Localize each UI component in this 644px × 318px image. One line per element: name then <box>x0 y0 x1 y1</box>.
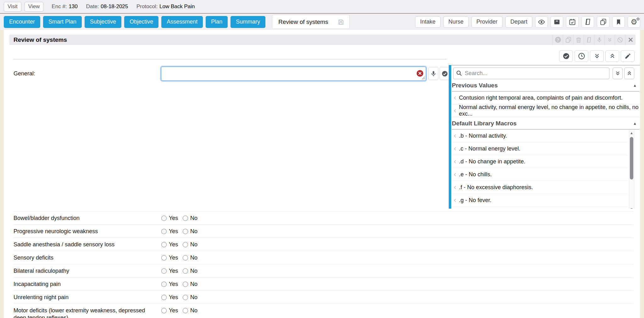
clock-icon[interactable] <box>575 50 588 62</box>
collapse-triangle-icon[interactable]: ▲ <box>633 83 637 88</box>
close-icon[interactable] <box>625 35 636 45</box>
yes-label: Yes <box>169 281 178 288</box>
macro-text: .f - No excessive diaphoresis. <box>459 184 533 191</box>
macro-item[interactable]: ‹.f - No excessive diaphoresis. <box>451 181 627 194</box>
edit-pencil-icon[interactable] <box>621 50 635 62</box>
previous-values-header[interactable]: Previous Values ▲ <box>452 82 639 91</box>
macro-item[interactable]: ‹.g - No fever. <box>451 194 627 207</box>
bookmark-icon[interactable] <box>612 16 625 28</box>
macro-item[interactable]: ‹.c - Normal energy level. <box>451 142 627 155</box>
expand-all-down-button[interactable] <box>613 68 623 79</box>
archive-box-icon[interactable] <box>551 16 563 28</box>
nav-smart-plan-button[interactable]: Smart Plan <box>43 16 82 28</box>
view-button[interactable]: View <box>25 2 44 12</box>
macro-item[interactable]: ‹.e - No chills. <box>451 168 627 181</box>
yes-radio[interactable] <box>161 229 167 234</box>
macro-list: ‹.b - Normal activity. ‹.c - Normal ener… <box>451 129 640 209</box>
collapse-all-up-button[interactable] <box>624 68 634 79</box>
previous-value-item[interactable]: ‹ Contusion right temporal area, complai… <box>451 91 640 104</box>
insert-chevron-icon: ‹ <box>453 133 457 139</box>
yes-radio[interactable] <box>161 216 167 221</box>
macro-text: .g - No fever. <box>459 197 491 204</box>
book-icon[interactable] <box>584 35 594 45</box>
yes-label: Yes <box>169 307 178 314</box>
check-circle-icon[interactable] <box>559 50 573 62</box>
confirm-check-button[interactable] <box>440 67 450 80</box>
collapse-triangle-icon[interactable]: ▲ <box>633 121 637 126</box>
chevrons-down-icon[interactable] <box>604 35 615 45</box>
provider-button[interactable]: Provider <box>471 16 502 28</box>
yes-radio[interactable] <box>161 242 167 247</box>
search-box <box>453 68 609 79</box>
microphone-icon[interactable] <box>594 35 604 45</box>
no-radio[interactable] <box>183 255 188 260</box>
macro-text: .e - No chills. <box>459 171 492 178</box>
previous-value-item[interactable]: ‹ Normal activity, normal energy level, … <box>451 104 640 117</box>
nav-summary-button[interactable]: Summary <box>230 16 265 28</box>
no-radio[interactable] <box>183 216 188 221</box>
no-label: No <box>190 307 197 314</box>
yes-radio[interactable] <box>161 268 167 274</box>
dictate-microphone-button[interactable] <box>428 67 438 80</box>
chevrons-up-icon[interactable] <box>605 50 619 62</box>
yes-label: Yes <box>169 215 178 222</box>
nav-assessment-button[interactable]: Assessment <box>161 16 203 28</box>
question-label: Unrelenting night pain <box>14 294 158 301</box>
no-radio[interactable] <box>183 229 188 234</box>
enc-value: 130 <box>69 3 78 9</box>
calendar-check-icon[interactable] <box>566 16 579 28</box>
no-radio[interactable] <box>183 308 188 313</box>
nav-subjective-button[interactable]: Subjective <box>85 16 121 28</box>
copy-icon[interactable] <box>597 16 609 28</box>
tab-review-of-systems[interactable]: Review of systems <box>272 15 349 29</box>
scroll-up-icon[interactable]: ▲ <box>629 131 634 135</box>
ban-icon[interactable] <box>615 35 625 45</box>
nav-plan-button[interactable]: Plan <box>206 16 228 28</box>
yes-radio[interactable] <box>161 295 167 300</box>
search-input[interactable] <box>453 68 609 79</box>
macro-item[interactable]: ‹.h - Does not have the feeling of malai… <box>451 207 627 209</box>
question-row: Motor deficits (lower extremity weakness… <box>14 304 634 318</box>
trash-icon[interactable] <box>573 35 584 45</box>
question-row: Progressive neurologic weakness Yes No <box>14 224 634 238</box>
nav-objective-button[interactable]: Objective <box>124 16 158 28</box>
no-radio[interactable] <box>183 295 188 300</box>
eye-icon[interactable] <box>535 16 548 28</box>
resize-grip-icon[interactable] <box>421 76 425 80</box>
depart-button[interactable]: Depart <box>505 16 532 28</box>
general-input[interactable] <box>161 67 426 81</box>
macro-items: ‹.b - Normal activity. ‹.c - Normal ener… <box>451 129 627 209</box>
scroll-down-icon[interactable]: ▼ <box>629 207 634 209</box>
copy-icon[interactable] <box>563 35 573 45</box>
settings-gears-icon[interactable]: ⚙⚙ <box>628 16 640 28</box>
macro-text: .b - Normal activity. <box>459 133 507 139</box>
question-row: Unrelenting night pain Yes No <box>14 290 634 304</box>
macro-item[interactable]: ‹.b - Normal activity. <box>451 129 627 142</box>
insert-chevron-icon: ‹ <box>453 145 457 152</box>
general-field-wrap <box>161 67 426 81</box>
yes-label: Yes <box>169 255 178 261</box>
yes-radio[interactable] <box>161 255 167 260</box>
chevrons-down-icon[interactable] <box>590 50 604 62</box>
question-label: Bilateral radiculopathy <box>14 267 158 275</box>
book-icon[interactable] <box>581 16 594 28</box>
nav-toolbar: Encounter Smart Plan Subjective Objectiv… <box>0 14 644 30</box>
general-label: General: <box>14 67 35 81</box>
no-radio[interactable] <box>183 268 188 274</box>
yes-radio[interactable] <box>161 282 167 287</box>
intake-button[interactable]: Intake <box>415 16 441 28</box>
no-radio[interactable] <box>183 242 188 247</box>
help-icon[interactable]: ? <box>552 35 563 45</box>
yes-radio[interactable] <box>161 308 167 313</box>
no-radio[interactable] <box>183 282 188 287</box>
visit-button[interactable]: Visit <box>4 2 21 12</box>
nav-encounter-button[interactable]: Encounter <box>4 16 40 28</box>
search-icon <box>456 70 462 76</box>
nurse-button[interactable]: Nurse <box>443 16 469 28</box>
macros-header[interactable]: Default Library Macros ▲ <box>452 120 639 129</box>
scrollbar-thumb[interactable] <box>630 137 633 179</box>
macro-item[interactable]: ‹.d - No change in appetite. <box>451 155 627 168</box>
section-header: Review of systems ? <box>9 35 636 45</box>
macro-scrollbar[interactable]: ▲ ▼ <box>629 130 634 209</box>
macro-text: .d - No change in appetite. <box>459 158 525 165</box>
